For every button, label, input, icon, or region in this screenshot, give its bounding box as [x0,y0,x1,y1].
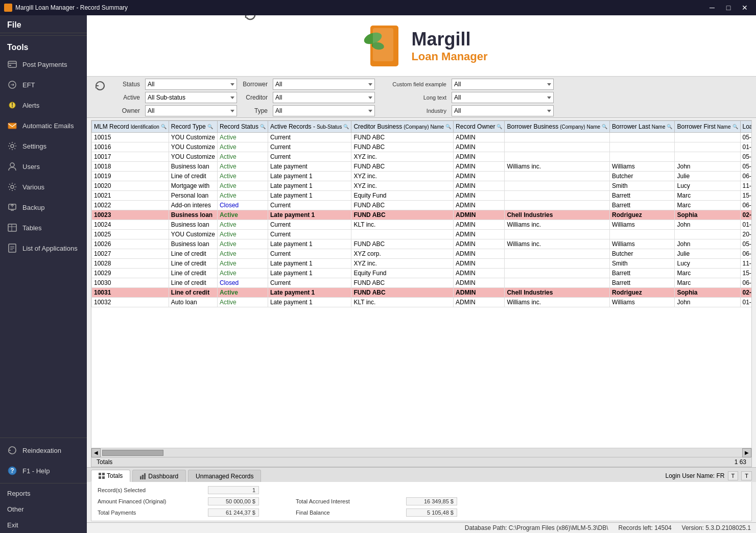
table-row[interactable]: 10017 YOU Customize Active Current XYZ i… [92,152,752,162]
sidebar-item-alerts[interactable]: ! Alerts [0,95,87,115]
sidebar-item-tables[interactable]: Tables [0,217,87,238]
table-row[interactable]: 10016 YOU Customize Active Current FUND … [92,142,752,152]
sidebar-item-post-payments[interactable]: Post Payments [0,54,87,75]
cell-first: Marc [675,201,740,210]
table-row[interactable]: 10023 Business loan Active Late payment … [92,210,752,220]
cell-date: 15-08-2014 [740,269,751,278]
status-filter-select[interactable]: All [145,79,237,90]
automatic-emails-icon [6,119,18,132]
sort-substatus[interactable]: 🔍 [343,124,349,129]
cell-first [675,230,740,239]
sort-last-name[interactable]: 🔍 [667,124,672,129]
creditor-filter-select[interactable]: All [273,92,375,103]
sort-first-name[interactable]: 🔍 [733,124,738,129]
header-logo: Margill Loan Manager [87,15,756,77]
cell-status: Active [217,181,268,191]
sort-record-status[interactable]: 🔍 [260,124,266,129]
minimize-button[interactable]: ─ [705,1,719,15]
sidebar-item-list-of-applications[interactable]: List of Applications [0,238,87,258]
tab-totals[interactable]: Totals [91,470,130,482]
table-row[interactable]: 10022 Add-on interes Closed Current FUND… [92,201,752,210]
custom-field-select[interactable]: All [452,79,554,90]
table-row[interactable]: 10020 Mortgage with Active Late payment … [92,181,752,191]
table-row[interactable]: 10026 Business loan Active Late payment … [92,239,752,249]
scrollbar-track[interactable] [102,450,741,456]
cell-date: 15-08-2014 [740,191,751,201]
sidebar-item-exit[interactable]: Exit [0,517,87,533]
sort-mlm-id[interactable]: 🔍 [161,124,167,129]
refresh-button-2[interactable] [92,79,108,95]
table-row[interactable]: 10029 Line of credit Active Late payment… [92,269,752,278]
backup-label: Backup [22,204,44,211]
scroll-right-arrow[interactable]: ▶ [742,448,751,457]
table-row[interactable]: 10019 Line of credit Active Late payment… [92,172,752,181]
cell-date: 05-05-2014 [740,239,751,249]
sort-biz-name[interactable]: 🔍 [602,124,607,129]
sidebar-item-other[interactable]: Other [0,501,87,517]
cell-id: 10025 [92,230,169,239]
table-row[interactable]: 10027 Line of credit Active Current XYZ … [92,249,752,259]
industry-select[interactable]: All [452,105,554,116]
table-row[interactable]: 10015 YOU Customize Active Current FUND … [92,133,752,142]
sidebar-item-settings[interactable]: Settings [0,136,87,156]
svg-point-8 [10,163,14,167]
owner-filter-select[interactable]: All [145,105,237,116]
sidebar-divider-1 [0,35,87,36]
svg-rect-25 [102,473,105,475]
cell-status: Active [217,269,268,278]
table-row[interactable]: 10018 Business loan Active Late payment … [92,162,752,172]
maximize-button[interactable]: □ [721,1,736,15]
table-row[interactable]: 10028 Line of credit Active Late payment… [92,259,752,269]
table-horizontal-scrollbar[interactable]: ◀ ▶ [91,448,752,457]
table-row[interactable]: 10024 Business loan Active Current KLT i… [92,220,752,230]
table-row[interactable]: 10032 Auto loan Active Late payment 1 KL… [92,298,752,307]
creditor-filter-label: Creditor [242,94,268,101]
refresh-button[interactable] [243,15,258,23]
close-button[interactable]: ✕ [738,1,752,15]
tab-unmanaged[interactable]: Unmanaged Records [188,470,261,482]
sort-creditor[interactable]: 🔍 [445,124,451,129]
totals-bar: Totals 1 63 [91,457,752,467]
login-btn-t1[interactable]: T [728,471,739,480]
svg-rect-27 [102,476,105,479]
cell-creditor: Equity Fund [351,191,454,201]
cell-owner: ADMIN [454,249,505,259]
table-row[interactable]: 10030 Line of credit Closed Current FUND… [92,278,752,288]
sidebar-item-various[interactable]: Various [0,177,87,197]
table-scroll-area[interactable]: MLM RecordIdentification 🔍 Record Type 🔍… [91,120,751,448]
f1-help-label: F1 - Help [22,467,50,475]
sidebar-item-eft[interactable]: EFT [0,75,87,95]
cell-date: 02-02-2010 [740,288,751,298]
type-filter-select[interactable]: All [273,105,375,116]
active-filter-select[interactable]: All Sub-status [145,92,237,103]
cell-id: 10022 [92,201,169,210]
list-of-applications-icon [6,242,18,254]
users-icon [6,160,18,173]
scroll-left-arrow[interactable]: ◀ [91,448,101,457]
sort-owner[interactable]: 🔍 [497,124,502,129]
sidebar-item-reindexation[interactable]: Reindexation [0,440,87,461]
table-row[interactable]: 10025 YOU Customize Active Current ADMIN… [92,230,752,239]
long-text-select[interactable]: All [452,92,554,103]
cell-id: 10021 [92,191,169,201]
sidebar-item-users[interactable]: Users [0,156,87,177]
cell-creditor: FUND ABC [351,278,454,288]
scrollbar-thumb[interactable] [102,450,163,456]
cell-owner: ADMIN [454,162,505,172]
tab-dashboard[interactable]: Dashboard [132,470,186,482]
login-btn-t2[interactable]: T [741,471,752,480]
total-payments-value: 61 244,37 $ [208,508,259,517]
cell-date: 06-06-2014 [740,201,751,210]
table-row[interactable]: 10031 Line of credit Active Late payment… [92,288,752,298]
cell-type: YOU Customize [169,133,217,142]
sidebar-item-automatic-emails[interactable]: Automatic Emails [0,115,87,136]
svg-rect-11 [8,224,16,231]
cell-status: Active [217,230,268,239]
sidebar-item-backup[interactable]: Backup [0,197,87,217]
borrower-filter-select[interactable]: All [273,79,375,90]
table-row[interactable]: 10021 Personal loan Active Late payment … [92,191,752,201]
sidebar-item-f1-help[interactable]: ? F1 - Help [0,461,87,481]
sort-record-type[interactable]: 🔍 [207,124,213,129]
sidebar-item-reports[interactable]: Reports [0,486,87,501]
cell-status: Active [217,133,268,142]
